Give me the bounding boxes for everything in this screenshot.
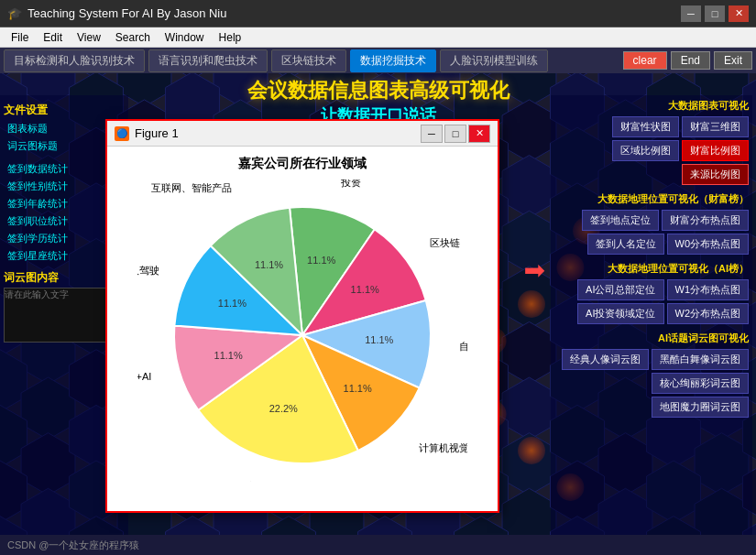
- nav-tabs: 目标检测和人脸识别技术 语言识别和爬虫技术 区块链技术 数据挖掘技术 人脸识别模…: [0, 48, 756, 73]
- figure-icon: 🔵: [115, 126, 129, 141]
- tab-object-detection[interactable]: 目标检测和人脸识别技术: [4, 49, 145, 72]
- end-button[interactable]: End: [671, 51, 710, 70]
- core-colorful-btn[interactable]: 核心绚丽彩词云图: [652, 373, 749, 394]
- minimize-button[interactable]: ─: [681, 5, 701, 22]
- close-button[interactable]: ✕: [729, 5, 749, 22]
- app-icon: 🎓: [7, 6, 22, 20]
- wealth-pie-btn[interactable]: 财富比例图: [682, 140, 749, 161]
- classic-portrait-btn[interactable]: 经典人像词云图: [562, 349, 649, 370]
- bigdata-chart-buttons: 财富性状图 财富三维图 区域比例图 财富比例图 来源比例图: [554, 116, 749, 185]
- menu-window[interactable]: Window: [158, 29, 212, 46]
- tab-face-recognition[interactable]: 人脸识别模型训练: [440, 49, 548, 72]
- geo-wealth-title: 大数据地理位置可视化（财富榜）: [554, 192, 749, 206]
- sign-name-btn[interactable]: 签到人名定位: [587, 234, 664, 255]
- geo-wealth-section: 大数据地理位置可视化（财富榜） 签到地点定位 财富分布热点图 签到人名定位 W0…: [554, 192, 749, 255]
- wordcloud-viz-title: AI话题词云图可视化: [554, 332, 749, 345]
- menu-edit[interactable]: Edit: [36, 29, 70, 46]
- wealth-heatmap-btn[interactable]: 财富分布热点图: [662, 210, 749, 231]
- map-magic-btn[interactable]: 地图魔力圈词云图: [652, 397, 749, 418]
- chart-title: 嘉宾公司所在行业领域: [238, 156, 367, 172]
- dark-portrait-btn[interactable]: 黑酷白舞像词云图: [652, 349, 749, 370]
- app-title: Teaching System For AI By Jason Niu: [27, 6, 226, 20]
- menu-search[interactable]: Search: [108, 29, 158, 46]
- tab-blockchain[interactable]: 区块链技术: [271, 49, 346, 72]
- file-section-label: 文件设置: [4, 103, 125, 118]
- title-bar: 🎓 Teaching System For AI By Jason Niu ─ …: [0, 0, 756, 27]
- chart-area: 嘉宾公司所在行业领域: [107, 147, 498, 511]
- source-pie-btn[interactable]: 来源比例图: [682, 164, 749, 185]
- geo-ai-buttons: AI公司总部定位 W1分布热点图 AI投资领域定位 W2分布热点图: [554, 279, 749, 324]
- w1-heatmap-btn[interactable]: W1分布热点图: [667, 279, 750, 300]
- pie-chart: [137, 180, 467, 491]
- region-pie-btn[interactable]: 区域比例图: [612, 140, 679, 161]
- wordcloud-viz-buttons: 经典人像词云图 黑酷白舞像词云图 核心绚丽彩词云图 地图魔力圈词云图: [554, 349, 749, 418]
- menu-bar: File Edit View Search Window Help: [0, 27, 756, 48]
- maximize-button[interactable]: □: [705, 5, 725, 22]
- figure-title: Figure 1: [135, 126, 179, 140]
- ai-invest-btn[interactable]: AI投资领域定位: [577, 303, 663, 324]
- wealth-3d-btn[interactable]: 财富三维图: [682, 116, 749, 137]
- sign-location-btn[interactable]: 签到地点定位: [582, 210, 659, 231]
- figure-controls: ─ □ ✕: [421, 125, 490, 143]
- figure-close[interactable]: ✕: [468, 125, 490, 143]
- menu-file[interactable]: File: [4, 29, 36, 46]
- wealth-bar-btn[interactable]: 财富性状图: [612, 116, 679, 137]
- tab-datamining[interactable]: 数据挖掘技术: [350, 49, 436, 72]
- menu-help[interactable]: Help: [212, 29, 249, 46]
- menu-view[interactable]: View: [70, 29, 108, 46]
- bottom-bar: CSDN @一个处女座的程序猿: [0, 535, 756, 555]
- bottom-text: CSDN @一个处女座的程序猿: [7, 539, 139, 552]
- arrow-decoration: ⬅: [524, 256, 545, 287]
- geo-wealth-buttons: 签到地点定位 财富分布热点图 签到人名定位 W0分布热点图: [554, 210, 749, 255]
- figure-minimize[interactable]: ─: [421, 125, 443, 143]
- ai-hq-btn[interactable]: AI公司总部定位: [577, 279, 663, 300]
- figure-titlebar: 🔵 Figure 1 ─ □ ✕: [107, 121, 498, 147]
- exit-button[interactable]: Exit: [714, 51, 752, 70]
- w2-heatmap-btn[interactable]: W2分布热点图: [667, 303, 750, 324]
- right-panel: 大数据图表可视化 财富性状图 财富三维图 区域比例图 财富比例图 来源比例图 大…: [551, 95, 752, 535]
- wordcloud-viz-section: AI话题词云图可视化 经典人像词云图 黑酷白舞像词云图 核心绚丽彩词云图 地图魔…: [554, 332, 749, 418]
- figure-maximize[interactable]: □: [444, 125, 466, 143]
- w0-heatmap-btn[interactable]: W0分布热点图: [667, 234, 750, 255]
- clear-button[interactable]: clear: [623, 51, 667, 70]
- geo-ai-section: 大数据地理位置可视化（AI榜） AI公司总部定位 W1分布热点图 AI投资领域定…: [554, 262, 749, 324]
- tab-language[interactable]: 语言识别和爬虫技术: [148, 49, 268, 72]
- figure-window: 🔵 Figure 1 ─ □ ✕ 嘉宾公司所在行业领域: [105, 119, 499, 513]
- geo-ai-title: 大数据地理位置可视化（AI榜）: [554, 262, 749, 276]
- nav-controls: clear End Exit: [623, 51, 752, 70]
- bigdata-chart-title: 大数据图表可视化: [554, 99, 749, 113]
- window-controls: ─ □ ✕: [681, 5, 749, 22]
- bigdata-chart-section: 大数据图表可视化 财富性状图 财富三维图 区域比例图 财富比例图 来源比例图: [554, 99, 749, 185]
